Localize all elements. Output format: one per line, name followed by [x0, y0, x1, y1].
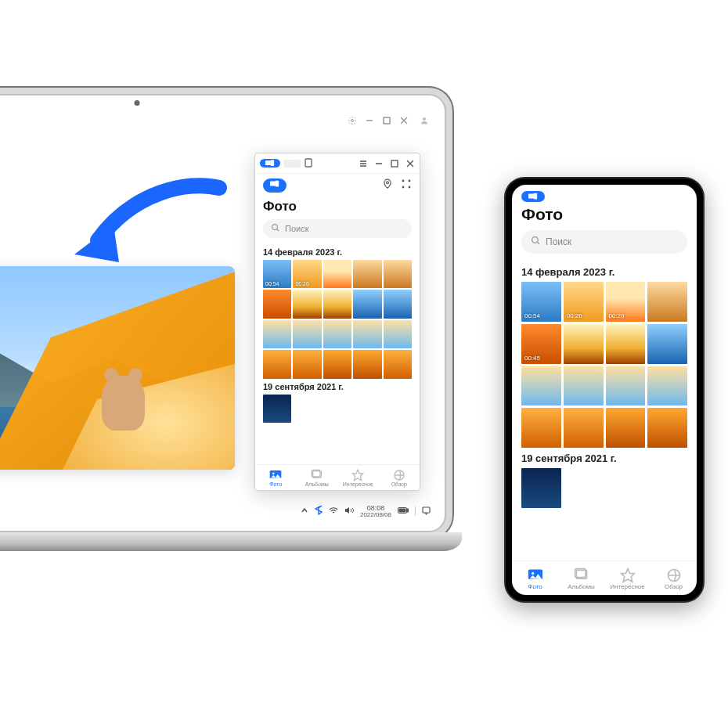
- volume-icon[interactable]: [344, 506, 354, 516]
- video-duration: 00:26: [295, 281, 309, 287]
- svg-rect-19: [391, 160, 398, 167]
- photo-thumb[interactable]: [263, 350, 291, 378]
- photo-thumb[interactable]: [353, 260, 381, 288]
- photo-thumb[interactable]: [606, 366, 646, 406]
- nav-label: Альбомы: [305, 481, 329, 487]
- photo-thumb[interactable]: [293, 290, 321, 318]
- photo-thumb[interactable]: [323, 320, 351, 348]
- photo-thumb[interactable]: [521, 408, 561, 448]
- section-heading: 19 сентября 2021 г.: [521, 452, 687, 464]
- nav-browse[interactable]: Обзор: [379, 469, 420, 487]
- photo-thumb[interactable]: 00:54: [263, 260, 291, 288]
- tablet-icon[interactable]: [304, 157, 313, 171]
- svg-rect-13: [271, 160, 274, 166]
- photo-thumb[interactable]: [564, 408, 604, 448]
- photo-thumb[interactable]: 00:54: [521, 282, 561, 322]
- search-placeholder: Поиск: [546, 236, 571, 247]
- photo-thumb[interactable]: [323, 260, 351, 288]
- photo-thumb[interactable]: [263, 395, 291, 423]
- video-duration: 00:45: [524, 355, 540, 362]
- albums-icon: [574, 568, 589, 582]
- minimize-icon[interactable]: [374, 159, 384, 168]
- nav-label: Альбомы: [568, 583, 594, 590]
- svg-rect-10: [423, 507, 430, 513]
- cast-badge: [263, 178, 287, 193]
- nav-moments[interactable]: Интересное: [337, 469, 379, 487]
- photo-thumb[interactable]: [384, 350, 412, 378]
- photo-thumb[interactable]: [647, 408, 687, 448]
- mirror-window-titlebar[interactable]: [255, 153, 420, 174]
- photo-thumb[interactable]: [647, 324, 687, 364]
- search-input[interactable]: Поиск: [521, 230, 687, 254]
- photo-thumb[interactable]: [606, 408, 646, 448]
- device-name-blur: [283, 160, 301, 168]
- svg-rect-22: [270, 182, 276, 186]
- gear-icon[interactable]: [348, 116, 357, 125]
- nav-albums[interactable]: Альбомы: [558, 568, 604, 590]
- nav-label: Фото: [269, 481, 282, 487]
- nav-photos[interactable]: Фото: [255, 469, 297, 487]
- photo-thumb[interactable]: [521, 468, 561, 508]
- maximize-icon[interactable]: [390, 159, 399, 168]
- photo-thumb[interactable]: [647, 282, 687, 322]
- svg-rect-9: [399, 509, 405, 512]
- photo-thumb[interactable]: [384, 320, 412, 348]
- photo-thumb[interactable]: 00:26: [564, 282, 604, 322]
- close-icon[interactable]: [405, 159, 415, 168]
- search-icon: [271, 223, 280, 234]
- star-icon: [351, 469, 364, 480]
- photo-thumb[interactable]: [521, 366, 561, 406]
- photo-thumb[interactable]: [263, 290, 291, 318]
- svg-point-5: [423, 117, 426, 121]
- photo-thumb[interactable]: [353, 320, 381, 348]
- minimize-icon[interactable]: [365, 116, 374, 125]
- photo-thumb[interactable]: [323, 350, 351, 378]
- dragged-photo-preview[interactable]: [0, 266, 235, 470]
- page-title: Фото: [263, 199, 412, 214]
- chevron-up-icon[interactable]: [301, 506, 308, 516]
- photo-thumb[interactable]: 00:28: [606, 282, 646, 322]
- nav-photos[interactable]: Фото: [512, 568, 558, 590]
- svg-marker-45: [621, 569, 634, 582]
- photo-thumb[interactable]: [564, 324, 604, 364]
- photo-thumb[interactable]: 00:45: [521, 324, 561, 364]
- photo-thumb[interactable]: [647, 366, 687, 406]
- menu-icon[interactable]: [359, 159, 368, 168]
- maximize-icon[interactable]: [382, 116, 391, 125]
- close-icon[interactable]: [399, 116, 409, 125]
- user-icon[interactable]: [420, 116, 429, 125]
- taskbar-clock[interactable]: 08:08 2022/08/08: [360, 505, 391, 518]
- photo-thumb[interactable]: [293, 320, 321, 348]
- thumbnail-grid: [521, 468, 687, 508]
- photo-thumb[interactable]: [564, 366, 604, 406]
- photo-thumb[interactable]: [323, 290, 351, 318]
- taskbar-date: 2022/08/08: [360, 512, 391, 518]
- nav-browse[interactable]: Обзор: [651, 568, 697, 590]
- photo-thumb[interactable]: [384, 260, 412, 288]
- photo-thumb[interactable]: 00:26: [293, 260, 321, 288]
- photo-thumb[interactable]: [263, 320, 291, 348]
- page-title: Фото: [521, 205, 687, 224]
- photo-thumb[interactable]: [353, 350, 381, 378]
- photo-thumb[interactable]: [353, 290, 381, 318]
- photos-icon: [269, 469, 282, 480]
- notifications-icon[interactable]: [422, 506, 431, 517]
- map-pin-icon[interactable]: [382, 178, 393, 193]
- drag-arrow-icon: [70, 176, 227, 270]
- video-duration: 00:26: [567, 312, 582, 319]
- wifi-icon[interactable]: [329, 506, 338, 516]
- photo-thumb[interactable]: [606, 324, 646, 364]
- nav-albums[interactable]: Альбомы: [297, 469, 338, 487]
- phone-mirror-window[interactable]: Фото Поиск 14 февраля 2023 г. 00:54 00:2…: [254, 153, 420, 491]
- more-grid-icon[interactable]: [401, 178, 412, 193]
- nav-label: Интересное: [343, 481, 373, 487]
- search-input[interactable]: Поиск: [263, 219, 412, 238]
- nav-moments[interactable]: Интересное: [604, 568, 651, 590]
- section-heading: 14 февраля 2023 г.: [521, 266, 687, 278]
- photo-thumb[interactable]: [384, 290, 412, 318]
- photo-thumb[interactable]: [293, 350, 321, 378]
- browse-icon: [393, 469, 405, 480]
- svg-point-27: [402, 186, 405, 189]
- phone-screen: Фото Поиск 14 февраля 2023 г. 00:54 00:2…: [512, 185, 697, 595]
- bluetooth-icon[interactable]: [315, 506, 323, 517]
